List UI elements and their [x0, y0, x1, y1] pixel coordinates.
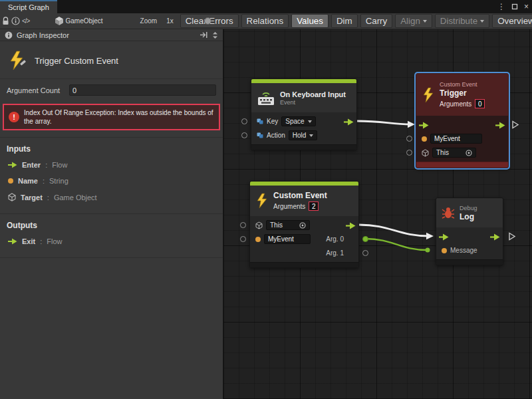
node-on-keyboard-input[interactable]: On Keyboard Input Event Key Space Action…	[251, 78, 357, 150]
message-port-icon	[442, 248, 447, 253]
arg1-output-port[interactable]	[362, 250, 368, 256]
node-title: Custom Event	[273, 191, 327, 200]
inputs-header: Inputs	[7, 144, 216, 154]
node-footer	[251, 144, 356, 150]
caret-down-icon	[423, 20, 427, 23]
flow-input-port[interactable]	[439, 233, 449, 242]
port-row-target: This	[416, 146, 508, 160]
target-icon	[299, 222, 306, 229]
inspector-header-label: Graph Inspector	[17, 31, 69, 39]
inputs-section: Inputs Enter:Flow Name:String Target:Gam…	[0, 138, 223, 213]
graph-inspector-panel: Graph Inspector Trigger Custom Event Arg…	[0, 29, 223, 399]
argument-count-label: Argument Count	[7, 86, 64, 94]
overview-button[interactable]: Overview	[492, 14, 532, 28]
error-icon: !	[9, 112, 19, 122]
key-label: Key	[267, 118, 278, 125]
flow-input-port[interactable]	[419, 122, 429, 130]
node-title: Log	[460, 212, 477, 221]
gameobject-port-icon	[422, 149, 429, 157]
flow-output-port[interactable]	[344, 118, 354, 127]
info-toggle-icon[interactable]	[11, 15, 20, 27]
carry-button[interactable]: Carry	[360, 14, 393, 28]
flow-row	[416, 118, 508, 132]
node-custom-event-arguments[interactable]: Custom Event Arguments 2 This	[249, 181, 359, 268]
value-port-dot[interactable]	[426, 248, 430, 253]
flow-row	[436, 229, 503, 243]
keycode-type-icon	[257, 118, 263, 124]
zoom-label: Zoom	[140, 17, 158, 25]
flow-arrow-icon	[8, 162, 17, 168]
event-name-field[interactable]: MyEvent	[430, 134, 482, 144]
node-kind: Custom Event	[440, 81, 485, 88]
target-icon	[466, 150, 472, 156]
unity-cube-icon	[55, 15, 64, 27]
caret-down-icon	[309, 134, 313, 137]
event-name-field[interactable]: MyEvent	[264, 234, 311, 244]
flow-output-port[interactable]	[495, 122, 505, 130]
node-title: On Keyboard Input	[280, 90, 346, 98]
port-row-key: Key Space	[251, 114, 356, 128]
input-port[interactable]	[240, 236, 246, 242]
node-footer	[436, 259, 503, 265]
outputs-header: Outputs	[7, 221, 216, 230]
port-row-message: Message	[436, 243, 503, 257]
arg0-label: Arg. 0	[326, 235, 353, 243]
input-port[interactable]	[240, 222, 246, 228]
node-subtitle: Event	[280, 99, 346, 106]
gameobject-picker[interactable]: GameObject	[65, 17, 102, 25]
dock-icon[interactable]	[200, 31, 208, 39]
flow-arrow-icon	[8, 238, 17, 245]
tab-script-graph[interactable]: Script Graph	[0, 0, 57, 13]
relations-button[interactable]: Relations	[241, 14, 289, 28]
arguments-count-field[interactable]: 0	[475, 99, 485, 108]
input-port[interactable]	[241, 118, 247, 124]
message-label: Message	[450, 247, 477, 254]
info-icon	[5, 31, 13, 39]
close-icon[interactable]: ×	[524, 3, 529, 11]
target-dropdown[interactable]: This	[432, 148, 476, 158]
input-port[interactable]	[406, 136, 412, 142]
mode-type-icon	[257, 132, 263, 138]
window-menu-icon[interactable]: ⋮	[497, 3, 505, 11]
lock-icon[interactable]	[2, 15, 9, 27]
maximize-icon[interactable]	[511, 3, 518, 10]
tab-label: Script Graph	[8, 3, 49, 11]
flow-output-port[interactable]	[346, 222, 356, 231]
key-dropdown[interactable]: Space	[281, 116, 315, 126]
distribute-button[interactable]: Distribute	[435, 14, 489, 28]
edit-graph-icon[interactable]: </>	[22, 15, 29, 27]
node-trigger-custom-event[interactable]: Custom Event Trigger Arguments 0 MyEvent	[416, 73, 509, 168]
action-dropdown[interactable]: Hold	[289, 130, 318, 140]
argument-count-input[interactable]	[69, 84, 216, 96]
target-dropdown[interactable]: This	[266, 220, 310, 230]
flow-output-port[interactable]	[490, 233, 500, 242]
inspector-header: Graph Inspector	[0, 29, 223, 41]
string-port-icon	[422, 136, 427, 142]
arg0-output-port[interactable]	[362, 236, 368, 242]
caret-down-icon	[308, 120, 312, 123]
wire-keyboard-to-trigger[interactable]	[357, 121, 412, 124]
graph-canvas[interactable]: On Keyboard Input Event Key Space Action…	[223, 29, 532, 399]
dim-button[interactable]: Dim	[331, 14, 358, 28]
caret-down-icon	[480, 20, 484, 23]
input-port[interactable]	[241, 132, 247, 138]
custom-event-icon	[422, 87, 435, 103]
port-row-name: Name:String	[8, 177, 216, 185]
align-button[interactable]: Align	[395, 14, 432, 28]
input-port[interactable]	[406, 150, 412, 156]
wire-arg0-to-message[interactable]	[366, 239, 428, 250]
arguments-count-field[interactable]: 2	[309, 201, 319, 211]
values-button[interactable]: Values	[291, 14, 329, 28]
wire-args-to-debug[interactable]	[359, 225, 430, 236]
arguments-label: Arguments	[440, 100, 471, 108]
scroll-arrows-icon[interactable]	[212, 31, 218, 39]
bug-icon	[442, 206, 455, 219]
keyboard-icon	[257, 90, 275, 106]
port-row-name: MyEvent	[416, 132, 508, 146]
gameobject-port-icon	[255, 221, 263, 229]
custom-event-icon	[255, 193, 269, 209]
arg1-label: Arg. 1	[326, 249, 353, 257]
node-debug-log[interactable]: Debug Log Message	[436, 198, 503, 265]
error-box: ! Index Out Of Range Exception: Index wa…	[3, 104, 220, 130]
port-row-action: Action Hold	[251, 128, 356, 142]
